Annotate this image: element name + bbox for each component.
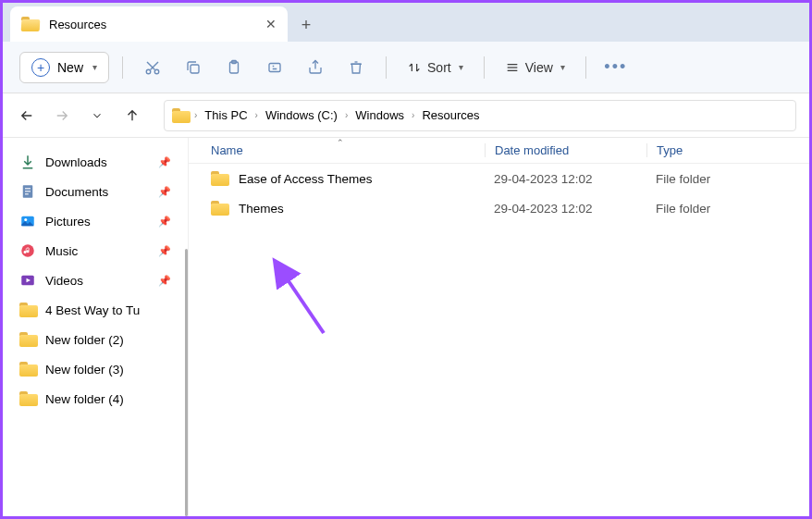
sidebar-item-videos[interactable]: Videos📌	[10, 266, 180, 295]
up-button[interactable]	[121, 105, 143, 127]
file-type: File folder	[646, 172, 767, 186]
sidebar-item-nf2[interactable]: New folder (2)	[10, 325, 180, 354]
sidebar-item-label: New folder (2)	[45, 333, 124, 347]
pin-icon: 📌	[158, 275, 171, 287]
tab-bar: Resources ✕ +	[3, 3, 809, 42]
sort-icon	[407, 60, 422, 75]
download-icon	[19, 154, 36, 170]
sidebar-item-documents[interactable]: Documents📌	[10, 177, 180, 206]
sidebar-item-nf3[interactable]: New folder (3)	[10, 354, 180, 384]
chevron-down-icon: ▾	[459, 62, 463, 72]
folder-icon	[21, 17, 40, 31]
sidebar-item-label: New folder (4)	[45, 392, 124, 406]
add-tab-button[interactable]: +	[288, 8, 325, 42]
sidebar-item-label: Pictures	[45, 215, 91, 229]
sort-button[interactable]: Sort ▾	[400, 56, 471, 79]
recent-dropdown[interactable]	[86, 105, 108, 127]
sidebar-item-music[interactable]: Music📌	[10, 236, 180, 266]
share-icon[interactable]	[299, 51, 332, 84]
view-icon	[505, 60, 520, 75]
sidebar-item-downloads[interactable]: Downloads📌	[10, 147, 180, 177]
breadcrumb-resources[interactable]: Resources	[418, 106, 483, 124]
main-area: Downloads📌Documents📌Pictures📌Music📌Video…	[3, 138, 809, 516]
pictures-icon	[19, 213, 36, 229]
divider	[386, 56, 387, 79]
chevron-down-icon: ▾	[92, 62, 97, 72]
folder-icon	[19, 302, 36, 318]
toolbar: + New ▾ Sort ▾ View ▾ •••	[3, 42, 809, 93]
divider	[122, 56, 123, 79]
pin-icon: 📌	[158, 216, 171, 228]
tab-resources[interactable]: Resources ✕	[10, 6, 288, 42]
back-button[interactable]	[16, 105, 38, 127]
tab-title: Resources	[49, 18, 106, 31]
folder-icon	[211, 201, 229, 216]
pin-icon: 📌	[158, 245, 171, 257]
svg-rect-13	[25, 188, 31, 189]
file-name: Ease of Access Themes	[239, 172, 373, 186]
chevron-down-icon: ▾	[560, 62, 565, 72]
svg-rect-7	[269, 63, 280, 71]
file-date: 29-04-2023 12:02	[485, 172, 646, 186]
view-label: View	[525, 60, 553, 75]
address-bar[interactable]: › This PC › Windows (C:) › Windows › Res…	[164, 100, 796, 131]
svg-rect-4	[191, 65, 199, 73]
column-name[interactable]: ⌃ Name	[189, 143, 485, 157]
breadcrumb-drive[interactable]: Windows (C:)	[262, 106, 341, 124]
paste-icon[interactable]	[217, 51, 251, 84]
folder-icon	[19, 331, 36, 348]
view-button[interactable]: View ▾	[498, 56, 572, 79]
table-row[interactable]: Ease of Access Themes29-04-2023 12:02Fil…	[189, 164, 809, 193]
cut-icon[interactable]	[136, 51, 169, 84]
copy-icon[interactable]	[177, 51, 210, 84]
file-type: File folder	[646, 202, 767, 216]
chevron-right-icon: ›	[194, 110, 197, 120]
svg-point-0	[146, 69, 151, 74]
new-button[interactable]: + New ▾	[19, 52, 109, 83]
column-name-label: Name	[211, 143, 243, 157]
breadcrumb-windows[interactable]: Windows	[351, 106, 408, 124]
svg-point-17	[24, 218, 27, 221]
scrollbar[interactable]	[185, 249, 188, 516]
sidebar-item-pictures[interactable]: Pictures📌	[10, 206, 180, 236]
breadcrumb-this-pc[interactable]: This PC	[201, 106, 251, 124]
sidebar-item-label: Documents	[45, 185, 108, 199]
pin-icon: 📌	[158, 186, 171, 198]
sidebar-item-4best[interactable]: 4 Best Way to Tu	[10, 295, 180, 325]
folder-icon	[172, 108, 191, 123]
folder-icon	[211, 171, 229, 186]
chevron-right-icon: ›	[255, 110, 258, 120]
svg-rect-14	[25, 191, 31, 192]
column-headers: ⌃ Name Date modified Type	[189, 138, 809, 164]
document-icon	[19, 183, 36, 200]
rename-icon[interactable]	[258, 51, 291, 84]
folder-icon	[19, 361, 36, 377]
column-date[interactable]: Date modified	[485, 143, 646, 157]
svg-point-1	[154, 69, 159, 74]
music-icon	[19, 242, 36, 259]
table-row[interactable]: Themes29-04-2023 12:02File folder	[189, 193, 809, 223]
delete-icon[interactable]	[339, 51, 373, 84]
forward-button[interactable]	[51, 105, 73, 127]
sidebar: Downloads📌Documents📌Pictures📌Music📌Video…	[3, 138, 188, 516]
sort-label: Sort	[427, 60, 451, 75]
file-list: ⌃ Name Date modified Type Ease of Access…	[188, 138, 809, 516]
sidebar-item-nf4[interactable]: New folder (4)	[10, 384, 180, 414]
sidebar-item-label: Music	[45, 244, 78, 258]
file-date: 29-04-2023 12:02	[485, 202, 646, 216]
videos-icon	[19, 272, 36, 289]
sidebar-item-label: New folder (3)	[45, 363, 124, 377]
chevron-right-icon: ›	[412, 110, 414, 120]
nav-bar: › This PC › Windows (C:) › Windows › Res…	[3, 93, 809, 138]
file-name: Themes	[239, 202, 284, 216]
svg-rect-15	[25, 193, 29, 194]
sidebar-item-label: 4 Best Way to Tu	[45, 303, 140, 317]
more-button[interactable]: •••	[599, 51, 633, 84]
divider	[484, 56, 485, 79]
sort-indicator-icon: ⌃	[337, 138, 344, 147]
column-type[interactable]: Type	[646, 143, 767, 157]
plus-circle-icon: +	[31, 58, 50, 77]
divider	[585, 56, 586, 79]
close-icon[interactable]: ✕	[265, 17, 277, 31]
sidebar-item-label: Videos	[45, 274, 83, 288]
